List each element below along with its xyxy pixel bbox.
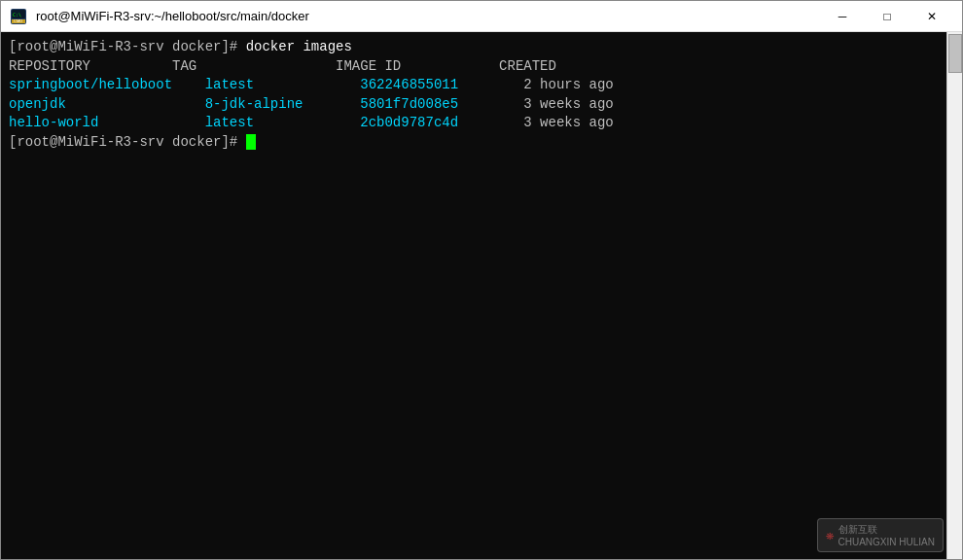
created-3: 3 weeks ago xyxy=(523,115,613,130)
watermark: ❋ 创新互联CHUANGXIN HULIAN xyxy=(817,518,944,552)
prompt-2: [root@MiWiFi-R3-srv docker]# xyxy=(9,134,246,150)
window-icon: C:\ CMD xyxy=(9,7,28,26)
close-button[interactable]: ✕ xyxy=(910,1,954,32)
repo-1: springboot/helloboot xyxy=(9,77,172,92)
watermark-box: ❋ 创新互联CHUANGXIN HULIAN xyxy=(817,518,944,552)
prompt-line-2: [root@MiWiFi-R3-srv docker]# xyxy=(9,133,939,153)
header-id: IMAGE ID xyxy=(336,58,499,74)
title-bar: C:\ CMD root@MiWiFi-R3-srv:~/helloboot/s… xyxy=(1,1,962,32)
window-title: root@MiWiFi-R3-srv:~/helloboot/src/main/… xyxy=(36,9,820,23)
table-row: springboot/helloboot latest 362246855011… xyxy=(9,76,939,95)
window-controls: ─ □ ✕ xyxy=(820,1,954,32)
header-row: REPOSITORY TAG IMAGE ID CREATED xyxy=(9,57,939,77)
created-1: 2 hours ago xyxy=(523,77,613,92)
minimize-button[interactable]: ─ xyxy=(820,1,865,32)
tag-3: latest xyxy=(172,115,360,130)
window-body: [root@MiWiFi-R3-srv docker]# docker imag… xyxy=(1,32,962,559)
header-repo: REPOSITORY xyxy=(9,58,172,74)
cursor xyxy=(246,134,256,150)
created-2: 3 weeks ago xyxy=(523,96,613,112)
command-line: [root@MiWiFi-R3-srv docker]# docker imag… xyxy=(9,38,939,57)
terminal-area[interactable]: [root@MiWiFi-R3-srv docker]# docker imag… xyxy=(1,32,946,559)
watermark-icon: ❋ xyxy=(826,527,834,543)
maximize-button[interactable]: □ xyxy=(865,1,910,32)
prompt-1: [root@MiWiFi-R3-srv docker]# xyxy=(9,39,246,54)
tag-2: 8-jdk-alpine xyxy=(172,96,360,112)
repo-3: hello-world xyxy=(9,115,172,130)
terminal-window: C:\ CMD root@MiWiFi-R3-srv:~/helloboot/s… xyxy=(0,0,963,560)
repo-2: openjdk xyxy=(9,96,172,112)
header-tag: TAG xyxy=(172,58,336,74)
svg-text:CMD: CMD xyxy=(14,18,22,23)
scrollbar[interactable] xyxy=(946,32,962,559)
tag-1: latest xyxy=(172,77,360,92)
scrollbar-thumb[interactable] xyxy=(948,34,962,73)
svg-text:C:\: C:\ xyxy=(13,12,21,18)
id-2: 5801f7d008e5 xyxy=(360,96,523,112)
id-1: 362246855011 xyxy=(360,77,523,92)
table-row: openjdk 8-jdk-alpine 5801f7d008e5 3 week… xyxy=(9,95,939,115)
header-created: CREATED xyxy=(499,58,556,74)
id-3: 2cb0d9787c4d xyxy=(360,115,523,130)
command-text: docker images xyxy=(246,39,352,54)
watermark-text: 创新互联CHUANGXIN HULIAN xyxy=(838,523,935,547)
table-row: hello-world latest 2cb0d9787c4d 3 weeks … xyxy=(9,114,939,133)
